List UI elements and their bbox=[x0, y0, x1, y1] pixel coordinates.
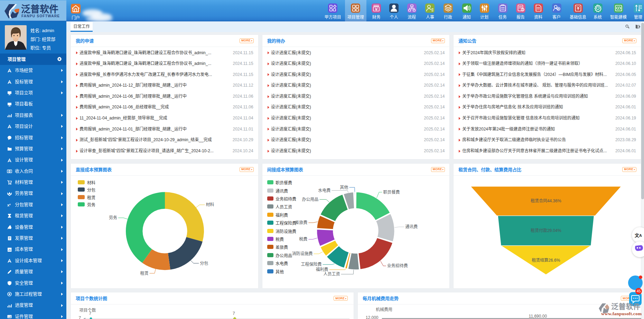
svg-text:通讯费: 通讯费 bbox=[405, 224, 418, 229]
svg-text:水电费: 水电费 bbox=[318, 188, 330, 193]
svg-text:差旅费: 差旅费 bbox=[295, 220, 307, 225]
svg-text:分包: 分包 bbox=[200, 261, 208, 265]
svg-text:x²: x² bbox=[7, 203, 11, 207]
svg-text:税费: 税费 bbox=[299, 237, 307, 242]
svg-text:租赁结算26.6%: 租赁结算26.6% bbox=[532, 257, 560, 262]
svg-text:业务招待费: 业务招待费 bbox=[387, 263, 408, 268]
svg-text:消防设施费: 消防设施费 bbox=[292, 251, 312, 256]
svg-text:租赁: 租赁 bbox=[140, 271, 148, 276]
svg-text:职员餐费: 职员餐费 bbox=[383, 189, 400, 194]
svg-text:材料: 材料 bbox=[206, 202, 214, 207]
svg-text:工程保险费: 工程保险费 bbox=[301, 262, 321, 267]
svg-text:劳务: 劳务 bbox=[109, 215, 117, 220]
svg-text:人员工资: 人员工资 bbox=[323, 272, 340, 277]
svg-text:办公用品: 办公用品 bbox=[302, 196, 318, 202]
svg-text:租赁付款29.04%: 租赁付款29.04% bbox=[531, 228, 561, 233]
svg-text:福利费: 福利费 bbox=[316, 267, 328, 272]
svg-text:租赁合同44.36%: 租赁合同44.36% bbox=[531, 198, 561, 203]
svg-text:其他: 其他 bbox=[340, 185, 348, 190]
